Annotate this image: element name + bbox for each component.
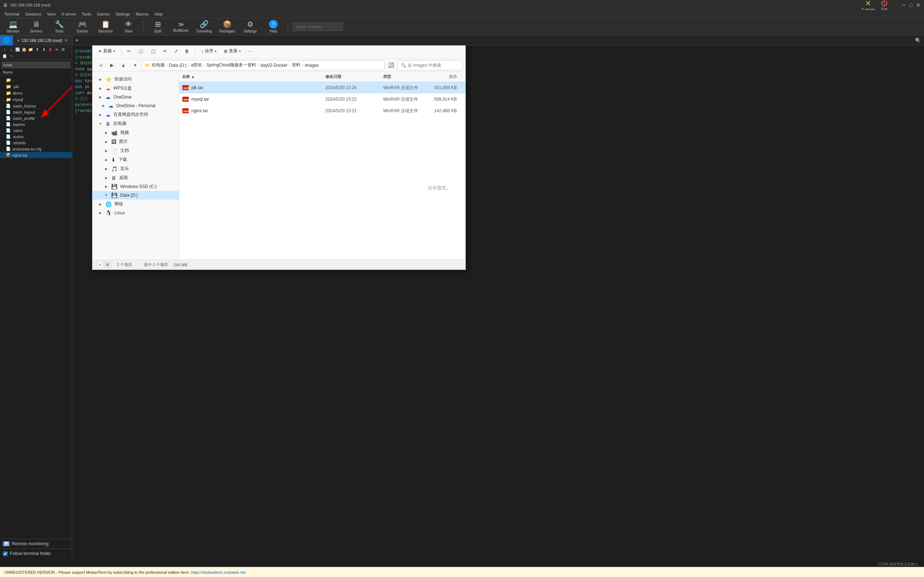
- multiexec-button[interactable]: ≫ MultiExec: [171, 19, 191, 35]
- menu-terminal[interactable]: Terminal: [2, 11, 23, 17]
- tree-item-demo[interactable]: 📁 demo: [0, 90, 72, 96]
- fe-file-row-mysql[interactable]: RAR mysql.tar 2024/5/20 13:22 WinRAR 压缩文…: [179, 93, 465, 105]
- tab-search-button[interactable]: 🔍: [912, 37, 924, 43]
- fe-nav-network[interactable]: ▶ 🌐 网络: [92, 200, 179, 209]
- tree-item-cshrc[interactable]: 📄 .cshrc: [0, 127, 72, 134]
- tree-item-bash-history[interactable]: 📄 .bash_history: [0, 103, 72, 109]
- expand-icon[interactable]: ▶: [104, 184, 108, 189]
- tunneling-button[interactable]: 🔗 Tunneling: [194, 19, 214, 35]
- fe-nav-desktop[interactable]: ▶ 🖥 桌面: [92, 173, 179, 182]
- fe-addr-springcloud[interactable]: SpringCloud微服务一资料: [206, 62, 256, 68]
- fe-refresh-button[interactable]: 🔄: [386, 60, 396, 70]
- fe-nav-linux[interactable]: ▶ 🐧 Linux: [92, 209, 179, 217]
- fe-forward-button[interactable]: ▶: [107, 60, 117, 70]
- close-button[interactable]: ✕: [915, 2, 921, 8]
- menu-games[interactable]: Games: [94, 11, 113, 17]
- fe-addr-day02[interactable]: day02-Docker: [260, 63, 288, 68]
- fe-address[interactable]: 📁 此电脑 › Data (D:) › a壁纸 › SpringCloud微服务…: [142, 60, 384, 70]
- sidebar-settings-btn[interactable]: ⚙: [60, 46, 66, 53]
- games-button[interactable]: 🎮 Games: [72, 19, 92, 35]
- split-button[interactable]: ⊞ Split: [148, 19, 168, 35]
- fe-file-row-jdk[interactable]: RAR jdk.tar 2024/5/20 13:24 WinRAR 压缩文件 …: [179, 82, 465, 93]
- fe-addr-ziliao[interactable]: 资料: [292, 62, 300, 68]
- fe-addr-wallpaper[interactable]: a壁纸: [191, 62, 202, 68]
- menu-help[interactable]: Help: [152, 11, 166, 17]
- fe-new-button[interactable]: ✦ 新建 ▾: [95, 47, 118, 56]
- fe-nav-download[interactable]: ▶ ⬇ 下载: [92, 155, 179, 164]
- expand-icon[interactable]: ▶: [104, 176, 108, 180]
- fe-addr-thispc[interactable]: 此电脑: [152, 62, 165, 68]
- fe-nav-document[interactable]: ▶ 📄 文档: [92, 146, 179, 155]
- tree-item-pki[interactable]: 📁 .pki: [0, 83, 72, 90]
- fe-nav-data-d[interactable]: ▼ 💾 Data (D:): [92, 191, 179, 200]
- follow-terminal-item[interactable]: Follow terminal folder: [0, 548, 72, 558]
- sidebar-copy-btn[interactable]: 📋: [2, 53, 8, 59]
- fe-col-size-header[interactable]: 大小: [426, 74, 462, 79]
- menu-settings[interactable]: Settings: [113, 11, 133, 17]
- expand-icon[interactable]: ▶: [104, 158, 108, 162]
- menu-tools[interactable]: Tools: [79, 11, 94, 17]
- fe-col-type-header[interactable]: 类型: [383, 74, 426, 79]
- tab-nav-icon[interactable]: 🌐: [0, 35, 13, 45]
- tree-item-viminfo[interactable]: 📄 .viminfo: [0, 140, 72, 146]
- fe-nav-baidu[interactable]: ▶ ☁ 百度网盘同步空间: [92, 110, 179, 119]
- tree-item-anaconda[interactable]: 📄 anaconda-ks.cfg: [0, 146, 72, 152]
- fe-nav-picture[interactable]: ▶ 🖼 图片: [92, 137, 179, 146]
- sessions-button[interactable]: 📋 Sessions: [95, 19, 116, 35]
- tab-close-button[interactable]: ✕: [64, 38, 68, 43]
- fe-paste-button[interactable]: 📋: [148, 47, 159, 55]
- fe-grid-view-button[interactable]: ⊞: [104, 261, 111, 268]
- tree-item-nginx-tar[interactable]: 📦 nginx.tar: [0, 152, 72, 158]
- fe-more-button[interactable]: ···: [245, 47, 255, 55]
- fe-back-button[interactable]: ◀: [95, 60, 105, 70]
- fe-addr-images[interactable]: images: [305, 63, 319, 68]
- fe-list-view-button[interactable]: ≡: [97, 261, 103, 268]
- fe-recent-button[interactable]: ▾: [130, 60, 140, 70]
- expand-icon[interactable]: ▶: [104, 149, 108, 153]
- help-button[interactable]: ? Help: [263, 19, 283, 35]
- quick-connect-input[interactable]: [292, 23, 343, 31]
- expand-icon[interactable]: ▶: [104, 167, 108, 171]
- tree-item-bash-profile[interactable]: 📄 .bash_profile: [0, 115, 72, 121]
- minimize-button[interactable]: ─: [901, 2, 907, 8]
- view-button[interactable]: 👁 View: [118, 19, 139, 35]
- tree-item-bashrc[interactable]: 📄 .bashrc: [0, 121, 72, 127]
- fe-sort-button[interactable]: ↕ 排序 ▾: [198, 47, 220, 56]
- fe-search-input[interactable]: [408, 63, 459, 68]
- expand-icon[interactable]: ▶: [104, 131, 108, 135]
- unregistered-link[interactable]: https://mobaxterm.mobatek.net: [191, 570, 246, 574]
- expand-icon[interactable]: ▶: [98, 86, 103, 90]
- tree-item-mysql[interactable]: 📁 mysql: [0, 96, 72, 103]
- packages-button[interactable]: 📦 Packages: [217, 19, 237, 35]
- maximize-button[interactable]: □: [908, 2, 914, 8]
- fe-col-name-header[interactable]: 名称 ▲: [182, 74, 325, 79]
- fe-up-button[interactable]: ▲: [118, 60, 129, 70]
- expand-icon[interactable]: ▶: [104, 140, 108, 144]
- fe-nav-video[interactable]: ▶ 📹 视频: [92, 128, 179, 137]
- tree-item-bash-logout[interactable]: 📄 .bash_logout: [0, 109, 72, 115]
- sidebar-close-btn[interactable]: ✕: [8, 53, 15, 59]
- fe-nav-wps[interactable]: ▶ ☁ WPS云盘: [92, 84, 179, 93]
- fe-rename-button[interactable]: ✏: [160, 47, 170, 55]
- fe-nav-music[interactable]: ▶ 🎵 音乐: [92, 164, 179, 173]
- session-button[interactable]: 💻 Session: [3, 19, 23, 35]
- fe-nav-onedrive[interactable]: ▶ ☁ OneDrive: [92, 93, 179, 102]
- tab-session-1[interactable]: ● 192.168.150.128 (root) ✕: [13, 35, 73, 45]
- tab-add-button[interactable]: +: [73, 35, 81, 45]
- fe-delete-button[interactable]: 🗑: [182, 47, 192, 55]
- xserver-button[interactable]: ✕ X server: [861, 0, 875, 11]
- expand-icon[interactable]: ▶: [98, 95, 103, 99]
- fe-cut-button[interactable]: ✂: [124, 47, 134, 55]
- fe-file-row-nginx[interactable]: RAR nginx.tar 2024/5/20 13:21 WinRAR 压缩文…: [179, 105, 465, 116]
- fe-nav-windows-ssd[interactable]: ▶ 💾 Windows-SSD (C:): [92, 182, 179, 191]
- remote-monitoring-item[interactable]: 📊 Remote monitoring: [0, 539, 72, 548]
- menu-sessions[interactable]: Sessions: [23, 11, 44, 17]
- sidebar-upload-btn[interactable]: ⬆: [34, 46, 40, 53]
- follow-terminal-checkbox[interactable]: [3, 551, 8, 556]
- sidebar-refresh-btn[interactable]: 🔄: [15, 46, 21, 53]
- tree-item-tcshrc[interactable]: 📄 .tcshrc: [0, 134, 72, 140]
- servers-button[interactable]: 🖥 Servers: [26, 19, 46, 35]
- expand-icon[interactable]: ▶: [101, 103, 105, 108]
- fe-copy-button[interactable]: ⬜: [135, 47, 146, 55]
- expand-icon[interactable]: ▶: [98, 211, 103, 215]
